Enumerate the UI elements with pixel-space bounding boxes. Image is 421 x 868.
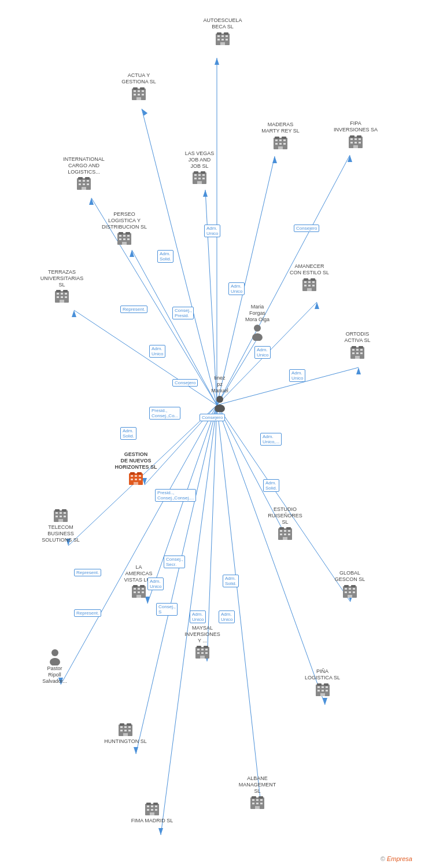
svg-rect-96 — [194, 174, 197, 176]
svg-rect-126 — [304, 281, 306, 283]
svg-rect-204 — [201, 652, 204, 654]
node-ortodis[interactable]: ORTODISACTIVA SL — [334, 331, 381, 361]
svg-rect-155 — [139, 479, 141, 480]
svg-rect-67 — [279, 139, 282, 141]
badge-adm-unico-2[interactable]: Adm.Unico — [228, 282, 245, 295]
node-label-huntington: HUNTINGTON SL — [104, 738, 146, 745]
node-estudio[interactable]: ESTUDIORUISEÑORESSL — [259, 506, 311, 542]
badge-represent-2[interactable]: Represent. — [74, 569, 101, 576]
svg-rect-159 — [62, 509, 67, 512]
building-icon-actua — [131, 86, 147, 102]
node-pastor[interactable]: PastorRipollSalvador... — [30, 648, 79, 685]
svg-rect-55 — [140, 87, 145, 90]
svg-rect-88 — [87, 180, 89, 182]
building-icon-estudio — [277, 526, 293, 542]
svg-rect-232 — [252, 799, 254, 801]
node-autoescuela[interactable]: AUTOESCUELA BECA SL — [197, 17, 249, 47]
node-international[interactable]: INTERNATIONALCARGO ANDLOGISTICS... — [58, 156, 110, 192]
badge-adm-solid-4[interactable]: Adm.Solid. — [223, 575, 239, 587]
node-pina[interactable]: PIÑALOGISTICA SL — [298, 668, 347, 698]
node-maria[interactable]: MariaForgasMora Olga — [234, 304, 280, 341]
building-icon-maderas — [272, 135, 289, 152]
badge-adm-solid-3[interactable]: Adm.Solid. — [263, 479, 279, 492]
node-telecom[interactable]: TELECOMBUSINESSSOLUTIONS SL — [35, 508, 87, 544]
building-icon-perseo — [116, 231, 132, 247]
svg-rect-65 — [282, 137, 286, 139]
node-global[interactable]: GLOBALGESCON SL — [327, 570, 373, 600]
svg-rect-224 — [128, 726, 131, 728]
svg-rect-59 — [134, 94, 136, 95]
building-icon-americas — [131, 584, 147, 600]
svg-rect-58 — [142, 90, 144, 92]
svg-rect-117 — [61, 293, 63, 295]
svg-rect-226 — [124, 730, 127, 731]
node-huntington[interactable]: HUNTINGTON SL — [99, 722, 152, 746]
svg-rect-190 — [134, 588, 136, 590]
building-icon-autoescuela — [215, 31, 231, 47]
node-label-maderas: MADERASMARTY REY SL — [261, 122, 300, 134]
badge-consejero-1[interactable]: Consejero — [294, 225, 319, 232]
svg-rect-92 — [82, 187, 86, 190]
badge-presid-consej-2[interactable]: Presid..,Consej.,Consej.... — [155, 489, 196, 502]
badge-adm-unico-8[interactable]: Adm.Unico — [190, 610, 206, 623]
node-perseo[interactable]: PERSEOLOGISTICA YDISTRIBUCION SL — [95, 211, 153, 247]
node-terrazas[interactable]: TERRAZASUNIVERSITARIASSL — [36, 269, 88, 305]
svg-rect-172 — [288, 530, 290, 532]
badge-consejero-2[interactable]: Consejero — [172, 379, 198, 387]
badge-adm-unico-5[interactable]: Adm.Unico — [289, 369, 305, 382]
svg-rect-118 — [65, 293, 67, 295]
node-label-amanecer: AMANECERCON ESTILO SL — [290, 263, 329, 276]
badge-consej-presid-1[interactable]: Consej.,Presid. — [172, 307, 194, 319]
svg-rect-82 — [353, 145, 358, 148]
svg-rect-244 — [155, 806, 157, 807]
node-lasvegas[interactable]: LAS VEGASJOB ANDJOB SL — [176, 150, 223, 186]
badge-adm-unico-3[interactable]: Adm.Unico — [149, 345, 165, 358]
svg-rect-164 — [60, 516, 62, 517]
svg-rect-105 — [125, 232, 130, 234]
node-maderas[interactable]: MADERASMARTY REY SL — [254, 122, 306, 152]
badge-adm-unico-1[interactable]: Adm.Unico — [204, 225, 220, 237]
node-fipa[interactable]: FIPAINVERSIONES SA — [330, 120, 382, 150]
svg-rect-235 — [252, 803, 254, 804]
badge-adm-solid-2[interactable]: Adm.Solid. — [120, 427, 136, 440]
node-amanecer[interactable]: AMANECERCON ESTILO SL — [283, 263, 335, 293]
badge-consej-secr[interactable]: Consej.,Secr. — [164, 556, 185, 568]
badge-consejero-3[interactable]: Consejero — [200, 414, 225, 421]
svg-rect-183 — [345, 591, 347, 593]
svg-rect-165 — [64, 516, 66, 517]
svg-rect-184 — [349, 591, 351, 593]
svg-rect-81 — [359, 142, 361, 144]
node-maysal[interactable]: MAYSALINVERSIONESY ... — [176, 625, 228, 661]
copyright: © Empresa — [381, 855, 412, 862]
node-actua[interactable]: ACTUA YGESTIONA SL — [116, 72, 162, 102]
svg-rect-180 — [345, 588, 347, 590]
person-icon-maria — [250, 323, 264, 341]
badge-represent-3[interactable]: Represent. — [74, 609, 101, 617]
building-icon-terrazas — [54, 289, 70, 305]
badge-adm-unico-4[interactable]: Adm.Unico — [254, 346, 271, 359]
svg-point-145 — [216, 396, 223, 403]
svg-rect-141 — [352, 352, 354, 354]
node-central-person[interactable]: tinezpzManuel — [197, 375, 243, 412]
badge-represent-1[interactable]: Represent. — [120, 306, 147, 313]
badge-adm-unico-9[interactable]: Adm.Unico — [219, 610, 235, 623]
svg-rect-191 — [138, 588, 140, 590]
node-albane[interactable]: ALBANEMANAGEMENTSL — [231, 775, 283, 811]
badge-presid-consej-1[interactable]: Presid.,Consej.,Co... — [149, 407, 180, 420]
svg-rect-238 — [255, 806, 260, 809]
badge-adm-unico-7[interactable]: Adm.Unico — [147, 578, 164, 590]
svg-rect-127 — [308, 281, 311, 283]
svg-rect-182 — [353, 588, 355, 590]
svg-rect-178 — [344, 585, 349, 587]
node-fima[interactable]: FIMA MADRID SL — [126, 801, 178, 825]
svg-rect-140 — [360, 349, 363, 351]
svg-rect-76 — [350, 138, 353, 140]
svg-point-146 — [215, 404, 225, 412]
node-label-ortodis: ORTODISACTIVA SL — [345, 331, 371, 344]
node-label-global: GLOBALGESCON SL — [335, 570, 365, 583]
svg-rect-162 — [64, 512, 66, 514]
badge-consej-s[interactable]: Consej.,S — [156, 603, 178, 616]
badge-adm-unico-6[interactable]: Adm.Unico,... — [260, 433, 282, 446]
badge-adm-solid-1[interactable]: Adm.Solid. — [157, 250, 173, 263]
node-gestion[interactable]: GESTIONDE NUEVOSHORIZONTES SL — [104, 451, 168, 487]
